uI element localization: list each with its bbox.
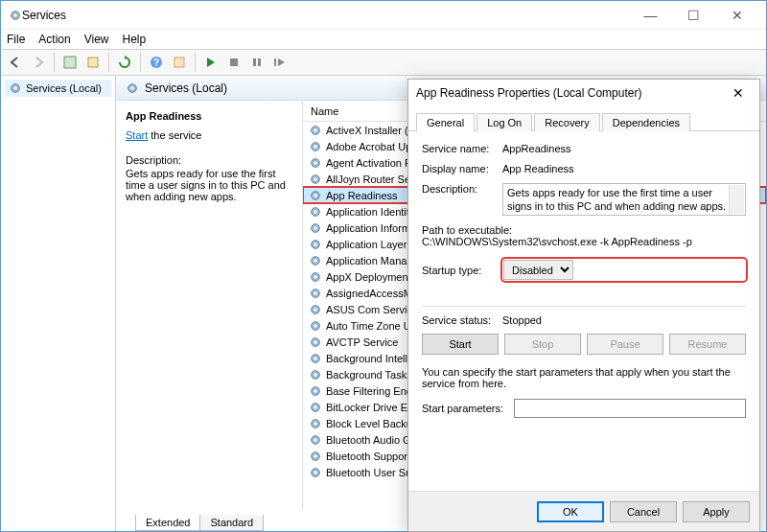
service-name: Application Manage [326, 255, 419, 266]
gear-icon [309, 254, 322, 267]
start-parameters-input[interactable] [514, 399, 746, 418]
menu-view[interactable]: View [84, 33, 109, 46]
gear-icon [309, 384, 322, 398]
show-hide-tree-button[interactable] [59, 52, 81, 73]
svg-point-52 [314, 422, 317, 426]
toolbar-separator [140, 53, 141, 72]
svg-rect-2 [64, 57, 76, 68]
gear-icon [309, 417, 322, 430]
service-name: Agent Activation Ru [326, 157, 418, 169]
stop-service-button[interactable] [223, 52, 244, 73]
window-title: Services [22, 9, 629, 22]
service-name: App Readiness [326, 190, 398, 201]
help-button[interactable]: ? [146, 52, 167, 73]
svg-point-24 [314, 194, 317, 197]
start-service-button[interactable] [200, 52, 221, 73]
refresh-button[interactable] [114, 52, 135, 73]
svg-text:?: ? [153, 58, 159, 68]
gear-icon [309, 140, 322, 153]
content-header-title: Services (Local) [145, 81, 227, 95]
value-description[interactable]: Gets apps ready for use the first time a… [502, 183, 746, 216]
start-button[interactable]: Start [422, 334, 499, 355]
value-service-status: Stopped [502, 314, 542, 326]
toolbar: ? [1, 49, 766, 76]
dialog-title: App Readiness Properties (Local Computer… [416, 86, 725, 100]
apply-button[interactable]: Apply [683, 501, 750, 522]
svg-rect-8 [253, 58, 256, 66]
menu-help[interactable]: Help [123, 33, 147, 46]
toolbar-separator [54, 53, 55, 72]
svg-point-58 [314, 471, 317, 474]
dialog-titlebar: App Readiness Properties (Local Computer… [408, 80, 759, 106]
tab-extended[interactable]: Extended [135, 515, 200, 531]
gear-icon [309, 173, 322, 186]
service-name: Bluetooth Support S [326, 451, 420, 462]
toolbar-separator [108, 53, 109, 72]
svg-rect-7 [230, 58, 238, 66]
forward-button[interactable] [28, 52, 49, 73]
svg-point-56 [314, 454, 317, 458]
start-link[interactable]: Start [126, 129, 148, 141]
service-name: Application Informa [326, 222, 416, 234]
resume-button: Resume [669, 334, 746, 355]
dialog-close-button[interactable]: ✕ [725, 85, 752, 101]
value-display-name: App Readiness [502, 163, 746, 174]
properties-button[interactable] [169, 52, 190, 73]
detail-action-line: Start the service [126, 129, 292, 141]
tab-dependencies[interactable]: Dependencies [602, 113, 690, 131]
service-name: Application Layer G [326, 239, 418, 250]
service-name: Adobe Acrobat Upd [326, 141, 417, 152]
tab-recovery[interactable]: Recovery [534, 113, 599, 131]
close-button[interactable]: ✕ [715, 1, 758, 29]
maximize-button[interactable]: ☐ [672, 1, 715, 29]
tree-root-item[interactable]: Services (Local) [5, 80, 111, 97]
svg-point-18 [314, 145, 317, 149]
service-name: ActiveX Installer (Ax [326, 125, 420, 136]
label-service-name: Service name: [422, 143, 502, 154]
tab-standard[interactable]: Standard [199, 515, 264, 531]
ok-button[interactable]: OK [537, 501, 604, 522]
service-name: Background Intellig [326, 353, 416, 364]
svg-point-54 [314, 438, 317, 442]
services-icon [9, 9, 22, 22]
back-button[interactable] [5, 52, 26, 73]
tab-logon[interactable]: Log On [476, 113, 532, 131]
gear-icon [309, 221, 322, 235]
pause-service-button[interactable] [246, 52, 267, 73]
gear-icon [309, 238, 322, 251]
svg-point-38 [314, 308, 317, 312]
service-name: AVCTP Service [326, 336, 398, 348]
startup-type-select[interactable]: Disabled [503, 260, 573, 280]
svg-point-44 [314, 357, 317, 360]
svg-rect-3 [88, 58, 98, 67]
svg-point-40 [314, 324, 317, 328]
detail-description-label: Description: [126, 154, 292, 166]
properties-dialog: App Readiness Properties (Local Computer… [407, 79, 760, 532]
service-name: Bluetooth Audio Ga [326, 434, 417, 446]
svg-point-42 [314, 340, 317, 344]
tree-pane: Services (Local) [1, 76, 116, 531]
tab-general[interactable]: General [416, 113, 475, 131]
gear-icon [309, 466, 322, 479]
svg-point-50 [314, 405, 317, 409]
export-button[interactable] [82, 52, 104, 73]
start-suffix: the service [148, 129, 201, 141]
gear-icon [309, 433, 322, 447]
gear-icon [309, 287, 322, 300]
service-name: Base Filtering Engin [326, 385, 420, 397]
dialog-tabs: General Log On Recovery Dependencies [408, 106, 759, 131]
minimize-button[interactable]: — [629, 1, 672, 29]
service-name: Application Identity [326, 206, 414, 218]
gear-icon [309, 205, 322, 219]
dialog-footer: OK Cancel Apply [408, 491, 759, 531]
pause-button: Pause [587, 334, 663, 355]
gear-icon [309, 156, 322, 170]
restart-service-button[interactable] [269, 52, 291, 73]
svg-rect-6 [174, 58, 184, 67]
menu-action[interactable]: Action [38, 33, 70, 46]
menu-file[interactable]: File [7, 33, 25, 46]
svg-rect-9 [258, 58, 261, 66]
gear-icon [309, 450, 322, 463]
cancel-button[interactable]: Cancel [610, 501, 677, 522]
gear-icon [309, 368, 322, 382]
